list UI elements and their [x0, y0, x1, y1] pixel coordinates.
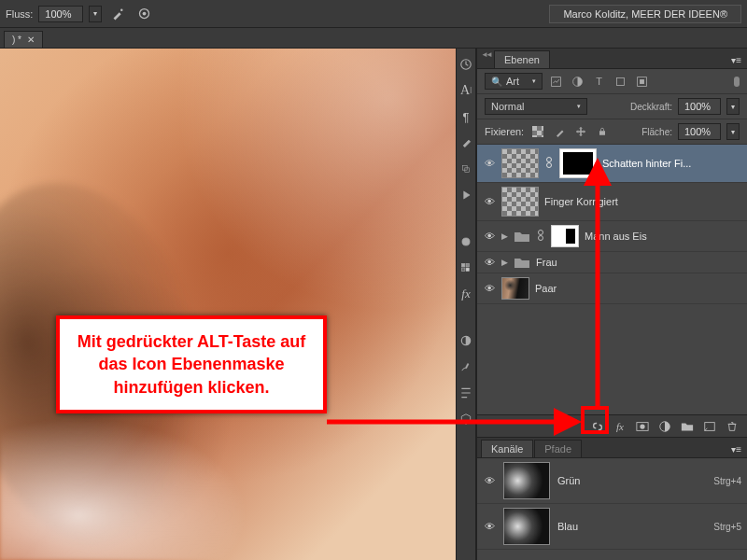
- fx-icon[interactable]: fx: [613, 419, 627, 434]
- filter-toggle-switch[interactable]: [734, 77, 740, 87]
- filter-type-dropdown[interactable]: 🔍 Art ▾: [485, 73, 543, 90]
- channel-thumbnail[interactable]: [503, 462, 550, 499]
- channel-shortcut: Strg+4: [713, 476, 741, 486]
- tab-channels[interactable]: Kanäle: [481, 440, 533, 457]
- clone-source-icon[interactable]: [458, 161, 474, 177]
- layer-row-frau[interactable]: 👁 ▶ Frau: [477, 252, 747, 273]
- visibility-icon[interactable]: 👁: [483, 196, 496, 207]
- panel-menu-icon[interactable]: ▾≡: [726, 441, 747, 457]
- layer-row-finger[interactable]: 👁 Finger Korrigiert: [477, 183, 747, 221]
- channels-panel: Kanäle Pfade ▾≡ 👁 Grün Strg+4 👁 Blau Str…: [477, 437, 747, 560]
- add-mask-icon[interactable]: [635, 419, 650, 434]
- adjustments-icon[interactable]: [458, 332, 474, 349]
- annotation-callout: Mit gedrückter ALT-Taste auf das Icon Eb…: [56, 315, 327, 413]
- filter-pixel-icon[interactable]: [548, 74, 564, 90]
- link-icon[interactable]: [544, 156, 554, 171]
- filter-smart-icon[interactable]: [634, 74, 650, 90]
- filter-shape-icon[interactable]: [613, 74, 628, 90]
- lock-all-icon[interactable]: [594, 124, 610, 140]
- document-tab-strip: ) * ✕: [0, 28, 747, 49]
- history-icon[interactable]: [458, 56, 474, 73]
- new-group-icon[interactable]: [680, 419, 695, 434]
- annotation-arrow-horizontal: [327, 411, 584, 433]
- flow-value-input[interactable]: 100%: [38, 6, 83, 22]
- layer-row-mann[interactable]: 👁 ▶ Mann aus Eis: [477, 221, 747, 252]
- airbrush-icon[interactable]: [107, 4, 128, 24]
- lock-transparency-icon[interactable]: [529, 124, 545, 140]
- visibility-icon[interactable]: 👁: [483, 257, 496, 268]
- expand-icon[interactable]: ▶: [501, 231, 508, 241]
- close-icon[interactable]: ✕: [27, 35, 35, 45]
- lock-row: Fixieren: Fläche: 100% ▾: [477, 119, 747, 145]
- brush-icon[interactable]: [458, 358, 474, 375]
- visibility-icon[interactable]: 👁: [483, 283, 496, 294]
- svg-rect-7: [461, 263, 465, 267]
- link-icon[interactable]: [536, 229, 545, 244]
- fill-input[interactable]: 100%: [678, 123, 721, 140]
- swatches-icon[interactable]: [458, 259, 474, 276]
- document-tab[interactable]: ) * ✕: [4, 31, 43, 48]
- play-icon[interactable]: [458, 187, 474, 203]
- opacity-label: Deckkraft:: [630, 102, 672, 112]
- channels-tabbar: Kanäle Pfade ▾≡: [477, 438, 747, 458]
- info-icon[interactable]: [458, 385, 474, 401]
- layer-row-paar[interactable]: 👁 Paar: [477, 273, 747, 304]
- lock-pixels-icon[interactable]: [551, 124, 567, 140]
- blend-row: Normal ▾ Deckkraft: 100% ▾: [477, 94, 747, 119]
- canvas-area: [0, 49, 456, 560]
- layer-row-schatten[interactable]: 👁 Schatten hinter Fi...: [477, 145, 747, 183]
- group-mask-thumbnail[interactable]: [551, 225, 579, 247]
- color-icon[interactable]: [458, 233, 474, 250]
- svg-point-20: [539, 231, 543, 235]
- visibility-icon[interactable]: 👁: [483, 231, 496, 242]
- blend-mode-dropdown[interactable]: Normal ▾: [485, 98, 587, 115]
- channel-row-blue[interactable]: 👁 Blau Strg+5: [477, 504, 747, 550]
- styles-icon[interactable]: fx: [458, 286, 474, 302]
- layer-label: Schatten hinter Fi...: [602, 158, 691, 169]
- expand-icon[interactable]: ▶: [501, 258, 508, 267]
- tab-paths[interactable]: Pfade: [534, 440, 582, 457]
- visibility-icon[interactable]: 👁: [483, 158, 496, 169]
- channel-shortcut: Strg+5: [713, 522, 741, 532]
- layer-label: Frau: [536, 257, 557, 268]
- channel-label: Grün: [557, 475, 580, 486]
- filter-adjust-icon[interactable]: [570, 74, 585, 90]
- visibility-icon[interactable]: 👁: [483, 521, 496, 532]
- opacity-input[interactable]: 100%: [678, 98, 721, 115]
- delete-icon[interactable]: [725, 419, 740, 434]
- visibility-icon[interactable]: 👁: [483, 475, 496, 486]
- svg-rect-9: [461, 268, 465, 272]
- brush-preset-icon[interactable]: [458, 134, 474, 151]
- flow-label: Fluss:: [6, 8, 33, 20]
- flow-dropdown-button[interactable]: ▾: [89, 6, 102, 22]
- new-layer-icon[interactable]: [702, 419, 717, 434]
- collapse-icon[interactable]: ◄◄: [481, 50, 490, 59]
- channel-row-green[interactable]: 👁 Grün Strg+4: [477, 458, 747, 504]
- svg-point-0: [120, 9, 123, 12]
- layer-thumbnail[interactable]: [501, 148, 539, 178]
- paragraph-icon[interactable]: ¶: [458, 108, 474, 125]
- layer-thumbnail[interactable]: [501, 187, 539, 217]
- canvas[interactable]: [0, 49, 456, 560]
- filter-type-text-icon[interactable]: T: [591, 74, 607, 90]
- tab-layers[interactable]: Ebenen: [494, 50, 550, 68]
- adjustment-layer-icon[interactable]: [657, 419, 672, 434]
- svg-rect-8: [466, 263, 470, 267]
- tablet-pressure-icon[interactable]: [134, 4, 154, 24]
- panel-menu-icon[interactable]: ▾≡: [726, 52, 747, 68]
- annotation-arrow-vertical: [586, 157, 609, 407]
- layer-filter-row: 🔍 Art ▾ T: [477, 69, 747, 94]
- channel-thumbnail[interactable]: [503, 508, 550, 545]
- filter-type-label: Art: [506, 76, 519, 87]
- layer-thumbnail[interactable]: [501, 277, 529, 300]
- svg-rect-17: [599, 131, 605, 135]
- svg-rect-10: [466, 268, 470, 272]
- fill-label: Fläche:: [641, 127, 672, 137]
- svg-point-2: [142, 12, 146, 16]
- lock-position-icon[interactable]: [572, 124, 588, 140]
- character-icon[interactable]: A|: [458, 82, 474, 99]
- opacity-dropdown-button[interactable]: ▾: [726, 98, 740, 115]
- fill-dropdown-button[interactable]: ▾: [726, 123, 740, 140]
- workspace-switcher[interactable]: Marco Kolditz, MEER DER IDEEN®: [549, 5, 741, 23]
- blend-mode-label: Normal: [491, 101, 524, 112]
